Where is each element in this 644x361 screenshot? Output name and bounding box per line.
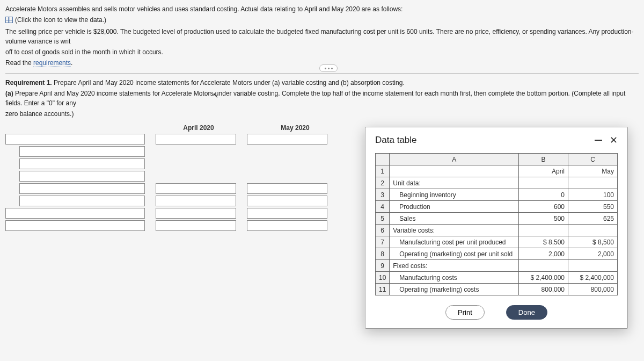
print-button[interactable]: Print (445, 305, 485, 320)
line-label-3[interactable] (19, 158, 145, 169)
close-icon[interactable]: ✕ (610, 135, 618, 145)
part-a-rest: Prepare April and May 2020 income statem… (5, 90, 625, 107)
modal-title: Data table (375, 135, 417, 146)
view-data-link[interactable]: (Click the icon to view the data.) (5, 15, 106, 25)
line-val-april-7[interactable] (156, 208, 236, 219)
click-icon-text: (Click the icon to view the data.) (15, 15, 106, 25)
table-row: 2 Unit data: (376, 177, 618, 189)
line-label-4[interactable] (19, 171, 145, 182)
read-req-text: Read the (5, 59, 33, 67)
corner-cell (376, 154, 390, 165)
part-a-tail: zero balance accounts.) (5, 109, 639, 119)
minimize-icon[interactable] (595, 140, 602, 141)
done-button[interactable]: Done (506, 305, 547, 320)
table-row: 8 Operating (marketing) cost per unit so… (376, 248, 618, 260)
section-divider (5, 73, 639, 74)
table-row: 6 Variable costs: (376, 225, 618, 236)
col-header-b: B (519, 154, 568, 165)
line-label-7[interactable] (5, 208, 145, 219)
table-row: 4 Production 600 550 (376, 201, 618, 213)
table-row: 11 Operating (marketing) costs 800,000 8… (376, 284, 618, 295)
requirements-link[interactable]: requirements (33, 59, 71, 67)
intro-line1: Accelerate Motors assembles and sells mo… (5, 4, 639, 14)
column-header-may: May 2020 (247, 124, 343, 132)
collapse-handle[interactable] (319, 64, 338, 72)
line-val-may-7[interactable] (247, 208, 327, 219)
col-header-a: A (390, 154, 519, 165)
table-row: 3 Beginning inventory 0 100 (376, 189, 618, 201)
line-val-april-5[interactable] (156, 183, 236, 194)
table-row: 5 Sales 500 625 (376, 213, 618, 225)
data-table-modal: Data table ✕ A B C 1 April May 2 Unit (365, 127, 628, 329)
line-label-2[interactable] (19, 146, 145, 157)
column-header-april: April 2020 (150, 124, 247, 132)
line-label-1[interactable] (5, 134, 145, 145)
table-row: 1 April May (376, 165, 618, 177)
table-icon (5, 17, 13, 23)
table-row: 7 Manufacturing cost per unit produced $… (376, 236, 618, 248)
line-val-may-8[interactable] (247, 220, 327, 231)
intro-line2: The selling price per vehicle is $28,000… (5, 27, 639, 46)
line-label-5[interactable] (19, 183, 145, 194)
line-val-may-6[interactable] (247, 196, 327, 206)
line-label-6[interactable] (19, 196, 145, 206)
data-table: A B C 1 April May 2 Unit data: 3 Beginni… (375, 153, 618, 295)
intro-line3: off to cost of goods sold in the month i… (5, 47, 639, 57)
line-val-april-6[interactable] (156, 196, 236, 206)
part-a-prefix: (a) (5, 90, 13, 97)
line-val-april-1[interactable] (156, 134, 236, 145)
col-header-c: C (568, 154, 618, 165)
requirement-title-prefix: Requirement 1. (5, 79, 52, 86)
line-val-may-5[interactable] (247, 183, 327, 194)
table-row: 9 Fixed costs: (376, 260, 618, 272)
line-val-april-8[interactable] (156, 220, 236, 231)
requirement-title-rest: Prepare April and May 2020 income statem… (52, 79, 405, 86)
line-val-may-1[interactable] (247, 134, 327, 145)
line-label-8[interactable] (5, 220, 145, 231)
table-row: 10 Manufacturing costs $ 2,400,000 $ 2,4… (376, 272, 618, 284)
